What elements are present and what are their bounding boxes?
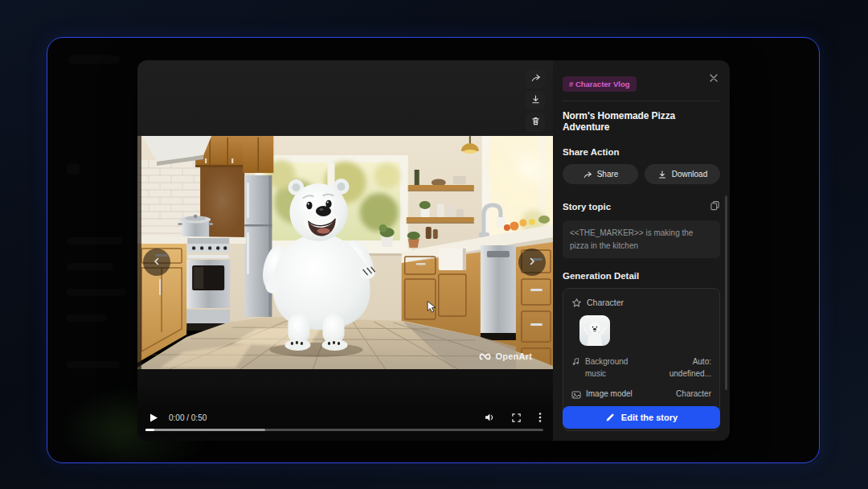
player-controls: 0:00 / 0:50 xyxy=(137,383,553,441)
details-panel: # Character Vlog Norm's Homemade Pizza A… xyxy=(553,60,730,441)
download-icon xyxy=(657,170,667,179)
close-icon xyxy=(709,72,719,86)
music-note-icon xyxy=(571,356,580,366)
share-action-heading: Share Action xyxy=(563,147,720,157)
pencil-icon xyxy=(605,413,615,422)
progress-buffered xyxy=(145,429,265,431)
stove xyxy=(186,238,230,331)
openart-watermark: OpenArt xyxy=(478,351,532,361)
character-thumbnail[interactable] xyxy=(579,315,610,346)
progress-played xyxy=(145,429,154,431)
dimmed-sidebar-item xyxy=(67,263,113,270)
video-actions xyxy=(526,69,545,132)
infinity-logo-icon xyxy=(478,352,492,361)
share-action-buttons: Share Download xyxy=(563,164,720,184)
copy-icon xyxy=(710,199,720,214)
volume-button[interactable] xyxy=(484,412,495,423)
detail-value-text: Character xyxy=(676,389,711,398)
watermark-text: OpenArt xyxy=(496,351,532,361)
trash-icon xyxy=(530,115,541,129)
story-topic-heading: Story topic xyxy=(563,202,611,212)
detail-value-text: Auto: undefined... xyxy=(661,355,711,380)
category-badge: # Character Vlog xyxy=(563,76,637,92)
dimmed-sidebar-item xyxy=(67,237,123,244)
video-frame[interactable]: OpenArt xyxy=(137,136,553,369)
pot xyxy=(178,215,213,239)
detail-label-text: Image model xyxy=(586,389,633,398)
download-button[interactable]: Download xyxy=(645,164,720,184)
chevron-left-icon xyxy=(152,255,162,269)
story-title: Norm's Homemade Pizza Adventure xyxy=(563,110,720,133)
delete-video-button[interactable] xyxy=(526,113,545,132)
screen: OpenArt xyxy=(0,0,868,489)
share-icon xyxy=(583,170,592,179)
chevron-right-icon xyxy=(527,255,537,269)
share-button[interactable]: Share xyxy=(563,164,638,184)
edit-story-button[interactable]: Edit the story xyxy=(563,406,720,429)
panel-scrollbar[interactable] xyxy=(725,195,727,390)
cursor-pointer-icon xyxy=(427,301,438,317)
share-video-button[interactable] xyxy=(526,69,545,88)
more-options-button[interactable] xyxy=(538,412,542,423)
detail-row-image-model: Image model Character xyxy=(571,389,711,400)
video-player[interactable]: OpenArt xyxy=(137,60,553,441)
dimmed-sidebar-item xyxy=(67,361,120,368)
download-button-label: Download xyxy=(672,170,707,179)
app-window: OpenArt xyxy=(47,37,820,463)
kitchen-scene xyxy=(137,136,553,369)
fullscreen-button[interactable] xyxy=(511,413,522,423)
dimmed-sidebar-item xyxy=(68,55,120,64)
play-button[interactable] xyxy=(149,413,158,423)
character-label: Character xyxy=(587,298,624,307)
copy-topic-button[interactable] xyxy=(710,199,720,214)
progress-bar[interactable] xyxy=(145,429,543,431)
dishwasher xyxy=(481,245,516,340)
story-topic-text: <<THE_MARKER>> is making the pizza in th… xyxy=(563,220,720,258)
share-button-label: Share xyxy=(597,170,619,179)
dimmed-sidebar-item xyxy=(67,163,80,175)
dimmed-sidebar-item xyxy=(67,314,107,322)
detail-row-background-music: Background music Auto: undefined... xyxy=(571,355,711,380)
dimmed-sidebar-item xyxy=(67,289,126,296)
share-icon xyxy=(530,72,541,86)
detail-label-text: Background music xyxy=(585,355,637,380)
divider xyxy=(563,101,720,101)
next-video-button[interactable] xyxy=(518,249,546,276)
edit-story-label: Edit the story xyxy=(621,413,678,422)
time-display: 0:00 / 0:50 xyxy=(169,413,207,422)
generation-detail-heading: Generation Detail xyxy=(563,271,720,281)
close-modal-button[interactable] xyxy=(708,73,719,84)
download-video-button[interactable] xyxy=(526,91,545,110)
download-icon xyxy=(530,93,541,108)
refrigerator xyxy=(244,175,272,317)
star-icon xyxy=(571,298,582,308)
video-result-modal: OpenArt xyxy=(137,60,730,441)
previous-video-button[interactable] xyxy=(143,249,170,276)
image-model-icon xyxy=(571,390,581,400)
